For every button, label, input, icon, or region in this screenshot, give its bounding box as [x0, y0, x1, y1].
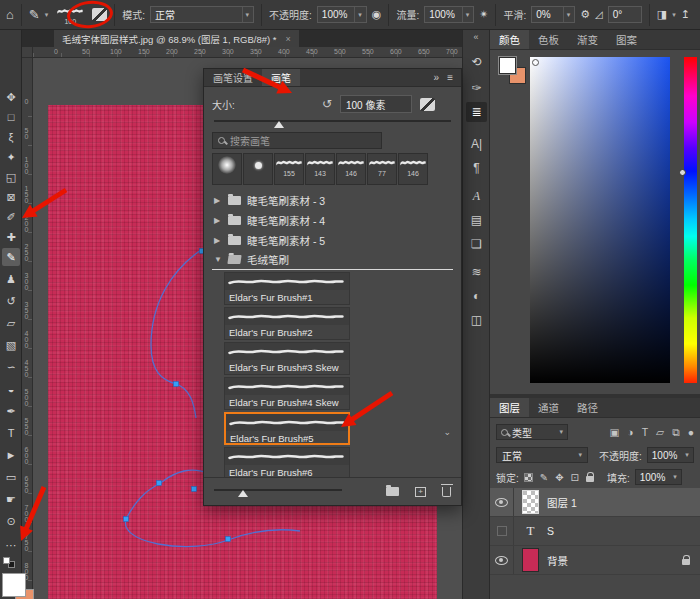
recent-brush-fur[interactable]: 155	[274, 153, 304, 185]
tool-crop[interactable]: ◱	[2, 168, 20, 186]
tab-色板[interactable]: 色板	[529, 30, 568, 49]
layers-opacity-select[interactable]: 100% ▾	[647, 447, 694, 463]
filter-type-icon[interactable]: T	[642, 426, 648, 438]
angle-input[interactable]: 0°	[608, 6, 642, 23]
eye-icon[interactable]	[495, 556, 508, 565]
dock-properties-icon[interactable]: ▤	[466, 210, 487, 230]
lock-all-icon[interactable]	[586, 476, 594, 482]
brush-item[interactable]: Eldar's Fur Brush#2	[224, 307, 350, 340]
airbrush-icon[interactable]: ✴	[479, 9, 488, 20]
collapse-dock-icon[interactable]: «	[463, 32, 489, 42]
tab-渐变[interactable]: 渐变	[568, 30, 607, 49]
filter-adjustment-icon[interactable]: ◑	[627, 426, 633, 438]
blend-mode-select[interactable]: 正常 ▾	[496, 447, 588, 463]
chevron-right-icon[interactable]: ▶	[214, 236, 222, 245]
new-group-icon[interactable]	[386, 487, 399, 496]
brush-item[interactable]: Eldar's Fur Brush#3 Skew	[224, 342, 350, 375]
dock-adjustment-fill-icon[interactable]: ◐	[466, 286, 487, 306]
tool-type[interactable]: T	[2, 424, 20, 442]
chevron-right-icon[interactable]: ▶	[214, 216, 222, 225]
filter-pixel-icon[interactable]: ▣	[609, 426, 619, 438]
tool-brush[interactable]: ✎	[2, 248, 20, 266]
brush-item[interactable]: Eldar's Fur Brush#4 Skew	[224, 377, 350, 410]
recent-brush-fur[interactable]: 146	[336, 153, 366, 185]
tab-图案[interactable]: 图案	[607, 30, 646, 49]
tool-healing-brush[interactable]: ✚	[2, 228, 20, 246]
visibility-toggle[interactable]	[490, 517, 514, 545]
brush-item[interactable]: Eldar's Fur Brush#6	[224, 447, 350, 477]
tab-brushes[interactable]: 画笔	[262, 69, 300, 86]
pressure-opacity-icon[interactable]: ◉	[372, 9, 382, 20]
tool-marquee[interactable]: □	[2, 108, 20, 126]
flow-select[interactable]: 100%▾	[424, 6, 474, 23]
foreground-color-swatch[interactable]	[2, 573, 26, 597]
brush-settings-shortcut-icon[interactable]	[420, 98, 435, 111]
reset-size-icon[interactable]: ↺	[322, 97, 332, 111]
gear-icon[interactable]: ⚙	[580, 9, 590, 20]
lock-artboard-icon[interactable]: ⊡	[571, 472, 579, 483]
mode-select[interactable]: 正常▾	[150, 6, 254, 23]
recent-brush-soft-round[interactable]	[212, 153, 242, 185]
recent-brush-fur[interactable]: 77	[367, 153, 397, 185]
tool-path-selection[interactable]: ►	[2, 446, 20, 464]
size-slider-thumb[interactable]	[274, 121, 284, 128]
panel-expand-icon[interactable]: »	[434, 72, 440, 83]
recent-brush-fur[interactable]: 146	[398, 153, 428, 185]
brush-folder[interactable]: ▶睫毛笔刷素材 - 3	[212, 190, 453, 210]
brush-folder[interactable]: ▼毛绒笔刷	[212, 250, 453, 270]
scroll-down-icon[interactable]: ⌄	[443, 427, 451, 437]
dock-glyphs-icon[interactable]: A	[466, 186, 487, 206]
smoothing-select[interactable]: 0%▾	[531, 6, 575, 23]
tab-通道[interactable]: 通道	[529, 398, 568, 417]
panel-menu-icon[interactable]: ≡	[447, 72, 453, 83]
tool-move[interactable]: ✥	[2, 88, 20, 106]
brush-folder[interactable]: ▶睫毛笔刷素材 - 5	[212, 230, 453, 250]
tool-dodge[interactable]: ◒	[2, 380, 20, 398]
chevron-down-icon[interactable]: ▾	[45, 11, 49, 19]
dock-brush-settings-icon[interactable]: ✑	[466, 78, 487, 98]
tool-gradient[interactable]: ▧	[2, 336, 20, 354]
tool-clone-stamp[interactable]: ♟	[2, 270, 20, 288]
tool-frame[interactable]: ⊠	[2, 188, 20, 206]
lock-move-icon[interactable]: ✥	[555, 472, 563, 483]
dock-brushes-icon[interactable]: ≣	[466, 102, 487, 122]
tab-图层[interactable]: 图层	[490, 398, 529, 417]
tab-brush-settings[interactable]: 画笔设置	[204, 69, 262, 86]
default-colors-icon[interactable]	[3, 557, 17, 568]
dock-libraries-icon[interactable]: ◫	[466, 310, 487, 330]
visibility-toggle[interactable]	[490, 546, 514, 574]
brush-folder[interactable]: ▶睫毛笔刷素材 - 4	[212, 210, 453, 230]
tool-shape[interactable]: ▭	[2, 468, 20, 486]
size-input[interactable]: 100 像素	[340, 95, 412, 113]
fill-select[interactable]: 100% ▾	[635, 469, 682, 485]
share-icon[interactable]: ↥	[681, 9, 690, 20]
visibility-toggle[interactable]	[490, 488, 514, 516]
tool-hand[interactable]: ☛	[2, 490, 20, 508]
chevron-down-icon[interactable]: ▼	[214, 255, 222, 264]
saturation-brightness-field[interactable]	[530, 57, 670, 383]
tab-颜色[interactable]: 颜色	[490, 30, 529, 49]
eye-icon[interactable]	[495, 498, 508, 507]
layer-row[interactable]: TS	[490, 517, 700, 546]
panel-toggle-icon[interactable]: ◨	[657, 9, 667, 20]
recent-brush-fur[interactable]: 143	[305, 153, 335, 185]
tool-more-tools[interactable]: ⋯	[2, 536, 20, 554]
filter-type-select[interactable]: 类型 ▾	[496, 424, 568, 440]
layer-thumbnail[interactable]	[522, 548, 539, 572]
filter-smart-object-icon[interactable]: ⧉	[672, 426, 680, 439]
search-input[interactable]: 搜索画笔	[212, 132, 382, 149]
tool-smudge[interactable]: ∽	[2, 358, 20, 376]
footer-slider-thumb[interactable]	[238, 490, 248, 497]
lock-transparency-icon[interactable]	[524, 473, 533, 482]
chevron-down-icon[interactable]: ▾	[672, 11, 676, 19]
close-icon[interactable]: ×	[285, 34, 290, 44]
dock-clone-source-icon[interactable]: ⟲	[466, 52, 487, 72]
layer-thumbnail[interactable]	[522, 490, 539, 514]
eye-hidden-icon[interactable]	[497, 526, 507, 536]
foreground-swatch[interactable]	[499, 57, 516, 74]
toggle-brush-settings-icon[interactable]	[92, 8, 107, 21]
layer-row[interactable]: 背景	[490, 546, 700, 575]
document-tab[interactable]: 毛绒字体图层样式.jpg @ 68.9% (图层 1, RGB/8#) * ×	[54, 30, 299, 47]
brush-item[interactable]: Eldar's Fur Brush#1	[224, 272, 350, 305]
size-slider[interactable]	[212, 115, 453, 129]
